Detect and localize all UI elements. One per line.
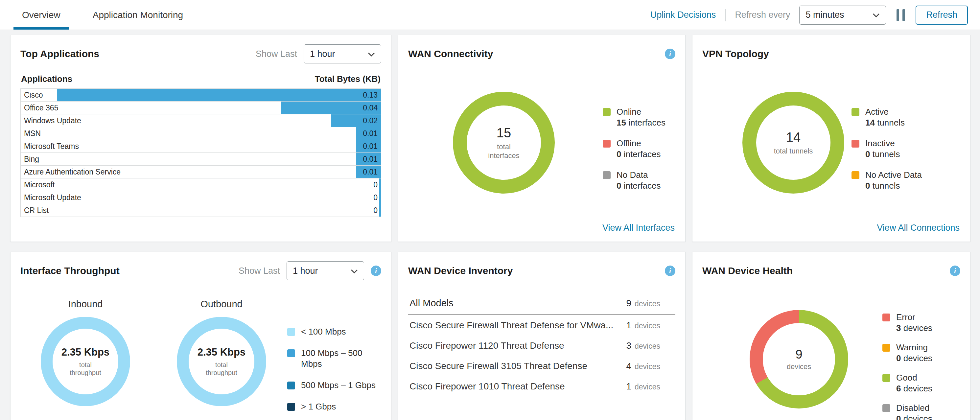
app-bar: [379, 191, 381, 204]
app-value: 0: [373, 178, 378, 191]
legend-item-disabled: Disabled 0 devices: [882, 402, 932, 420]
info-icon[interactable]: i: [665, 49, 675, 59]
device-model: Cisco Firepower 1120 Threat Defense: [409, 340, 564, 351]
device-count: 1: [625, 320, 631, 331]
app-name: Microsoft Update: [21, 192, 84, 204]
show-last-select[interactable]: 1 hour: [304, 45, 381, 64]
table-row: Office 365 0.04: [21, 101, 381, 115]
card-title: WAN Device Inventory: [408, 265, 513, 276]
legend-item-no-data: No Data 0 interfaces: [603, 170, 665, 191]
legend-unit: interfaces: [624, 181, 661, 191]
throughput-legend: < 100 Mbps 100 Mbps – 500 Mbps 500 Mbps …: [287, 326, 377, 420]
show-last-label: Show Last: [256, 49, 297, 59]
legend-unit: interfaces: [624, 149, 661, 159]
device-unit: devices: [635, 362, 660, 371]
tab-overview[interactable]: Overview: [13, 0, 69, 30]
app-name: Microsoft Teams: [21, 140, 82, 152]
legend-count: 0: [865, 181, 870, 191]
info-icon[interactable]: i: [950, 266, 960, 276]
legend-item-100-500: 100 Mbps – 500 Mbps: [287, 348, 377, 369]
legend-label: Error: [896, 312, 932, 323]
app-name: Bing: [21, 153, 42, 165]
device-count: 3: [625, 340, 631, 351]
table-row: Cisco 0.13: [21, 88, 381, 102]
view-all-interfaces-link[interactable]: View All Interfaces: [602, 223, 675, 233]
pause-icon: [897, 9, 899, 21]
inbound-donut-group: Inbound 2.35 Kbps total throughput: [41, 299, 130, 420]
legend-swatch: [287, 328, 295, 336]
info-icon[interactable]: i: [371, 266, 381, 276]
app-value: 0.04: [363, 102, 378, 114]
legend-swatch: [603, 140, 611, 148]
inventory-header-count: 9: [625, 298, 631, 309]
legend-unit: tunnels: [877, 118, 905, 127]
legend-item-online: Online 15 interfaces: [603, 107, 665, 128]
inbound-donut-chart: 2.35 Kbps total throughput: [41, 317, 130, 406]
table-row: Windows Update 0.02: [21, 114, 381, 127]
card-title: WAN Device Health: [702, 265, 793, 276]
donut-center-value: 9: [795, 347, 802, 361]
app-name: Microsoft: [21, 179, 58, 191]
card-vpn-topology: VPN Topology 14 total tunnels Active 14 …: [692, 35, 970, 242]
legend-item-gt-1g: > 1 Gbps: [287, 401, 377, 412]
legend-swatch: [851, 108, 859, 116]
view-all-connections-link[interactable]: View All Connections: [877, 223, 959, 233]
legend-swatch: [287, 403, 295, 411]
show-last-label: Show Last: [239, 266, 280, 276]
legend-item-good: Good 6 devices: [882, 372, 932, 394]
card-title: Interface Throughput: [21, 265, 119, 276]
app-bar: [379, 178, 381, 191]
topbar-actions: Uplink Decisions Refresh every 5 minutes…: [651, 0, 968, 30]
legend-unit: devices: [904, 414, 932, 420]
table-row: Bing 0.01: [21, 153, 381, 165]
donut-center-label: total throughput: [204, 361, 240, 377]
tab-overview-label: Overview: [22, 10, 60, 21]
pause-refresh-button[interactable]: [895, 8, 906, 22]
tab-application-monitoring[interactable]: Application Monitoring: [84, 0, 192, 30]
uplink-decisions-link[interactable]: Uplink Decisions: [651, 10, 716, 20]
card-wan-connectivity: WAN Connectivity i 15 total interfaces O…: [398, 35, 686, 242]
column-applications: Applications: [21, 74, 72, 84]
chevron-down-icon: [368, 49, 375, 59]
table-column-headers: Applications Total Bytes (KB): [21, 74, 380, 84]
donut-center-label: devices: [778, 362, 820, 371]
refresh-button[interactable]: Refresh: [916, 6, 968, 25]
legend-label: Disabled: [896, 402, 932, 414]
legend-item-warning: Warning 0 devices: [882, 342, 932, 364]
legend-label: No Active Data: [865, 170, 922, 180]
donut-center-value: 15: [496, 126, 511, 140]
show-last-select[interactable]: 1 hour: [286, 261, 364, 280]
vpn-legend: Active 14 tunnels Inactive 0 tunnels: [851, 107, 922, 201]
app-name: CR List: [21, 204, 52, 216]
outbound-donut-group: Outbound 2.35 Kbps total throughput: [177, 299, 266, 420]
table-row: Azure Authentication Service 0.01: [21, 165, 381, 178]
legend-item-500-1g: 500 Mbps – 1 Gbps: [287, 380, 377, 391]
table-row: MSN 0.01: [21, 127, 381, 140]
device-unit: devices: [635, 321, 660, 330]
chevron-down-icon: [351, 266, 358, 276]
outbound-donut-chart: 2.35 Kbps total throughput: [177, 317, 266, 406]
table-row: Microsoft Teams 0.01: [21, 140, 381, 153]
inventory-header-row: All Models 9 devices: [408, 293, 675, 315]
legend-unit: tunnels: [873, 149, 900, 159]
info-icon[interactable]: i: [665, 266, 675, 276]
device-unit: devices: [635, 383, 660, 391]
legend-item-inactive: Inactive 0 tunnels: [851, 138, 922, 160]
legend-label: Inactive: [865, 138, 900, 149]
topbar: Overview Application Monitoring Uplink D…: [0, 0, 980, 30]
device-model: Cisco Firepower 1010 Threat Defense: [409, 381, 565, 392]
refresh-interval-select[interactable]: 5 minutes: [799, 6, 886, 25]
legend-label: Online: [617, 107, 665, 117]
legend-label: Good: [896, 372, 932, 383]
inventory-row: Cisco Secure Firewall Threat Defense for…: [408, 315, 675, 336]
legend-label: < 100 Mbps: [301, 326, 346, 337]
donut-center-label: total throughput: [67, 361, 103, 377]
legend-unit: devices: [904, 383, 932, 393]
legend-unit: devices: [904, 323, 932, 333]
app-name: Cisco: [21, 89, 46, 101]
legend-swatch: [851, 171, 859, 179]
vpn-donut-chart: 14 total tunnels: [742, 92, 844, 194]
applications-bar-list: Cisco 0.13 Office 365 0.04 Windows Updat…: [21, 88, 381, 217]
legend-swatch: [851, 140, 859, 148]
legend-swatch: [603, 108, 611, 116]
